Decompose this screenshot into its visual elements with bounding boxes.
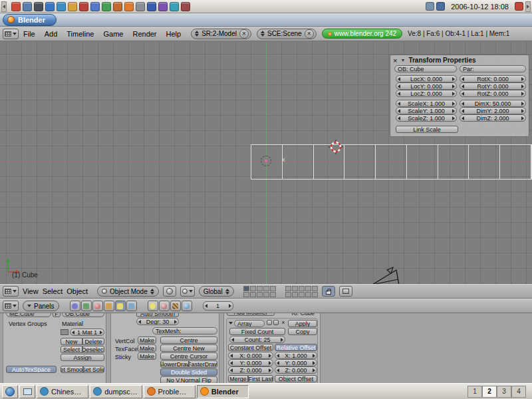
render-toggle-icon[interactable] <box>267 320 272 325</box>
increment-arrow-icon[interactable] <box>269 361 271 365</box>
decrement-arrow-icon[interactable] <box>398 116 400 120</box>
increment-arrow-icon[interactable] <box>313 368 315 372</box>
layer-button[interactable] <box>250 292 256 297</box>
assign-button[interactable]: Assign <box>61 354 104 361</box>
collapse-icon[interactable]: ▼ <box>400 58 405 63</box>
relative-y-spinner[interactable]: Y: 0.000 <box>275 359 317 366</box>
menu-file[interactable]: File <box>23 30 35 38</box>
apply-button[interactable]: Apply <box>288 320 317 327</box>
loc-1-spinner[interactable]: LocY: 0.000 <box>396 82 457 90</box>
mode-dropdown[interactable]: Object Mode <box>97 286 159 297</box>
decrement-arrow-icon[interactable] <box>230 361 233 365</box>
decrement-arrow-icon[interactable] <box>462 102 464 106</box>
openoffice-icon[interactable] <box>147 2 156 11</box>
expand-icon[interactable] <box>229 322 233 325</box>
decrement-arrow-icon[interactable] <box>398 84 400 88</box>
kate-icon[interactable] <box>158 2 168 11</box>
increment-arrow-icon[interactable] <box>452 92 455 96</box>
slower-draw-button[interactable]: SlowerDraw <box>160 360 189 368</box>
panel-hide-left-arrow[interactable] <box>1 1 7 12</box>
decrement-arrow-icon[interactable] <box>230 368 233 372</box>
titlebar[interactable]: Blender <box>0 13 532 27</box>
klipper-icon[interactable] <box>426 2 434 11</box>
relative-z-spinner[interactable]: Z: 0.000 <box>275 366 317 374</box>
dim-1-spinner[interactable]: DimY: 2.000 <box>460 107 526 114</box>
count-spinner[interactable]: Count: 25 <box>229 336 285 343</box>
gimp-icon[interactable] <box>136 2 145 11</box>
increment-arrow-icon[interactable] <box>229 304 231 308</box>
scene-selector[interactable]: SCE:Scene × <box>257 29 317 39</box>
konqueror-icon[interactable] <box>57 2 66 11</box>
increment-arrow-icon[interactable] <box>452 77 455 81</box>
constant-x-spinner[interactable]: X: 0.000 <box>228 352 273 359</box>
decrement-arrow-icon[interactable] <box>398 102 400 106</box>
layer-button[interactable] <box>270 292 276 297</box>
texface-make-button[interactable]: Make <box>138 344 156 352</box>
pager-desktop-3[interactable]: 3 <box>497 386 511 398</box>
firefox-icon[interactable] <box>124 2 134 11</box>
volume-icon[interactable] <box>436 2 445 11</box>
increment-arrow-icon[interactable] <box>521 77 524 81</box>
amarok-icon[interactable] <box>170 2 179 11</box>
context-editing-button[interactable] <box>115 301 126 311</box>
viewport-3d[interactable]: x (1) Cube <box>0 41 532 284</box>
menu-select[interactable]: Select <box>43 287 63 295</box>
show-desktop-icon[interactable] <box>23 2 32 11</box>
kde-menu-button[interactable] <box>2 385 18 398</box>
ob-name-field[interactable]: OB: Cube <box>394 65 457 72</box>
layer-button[interactable] <box>299 292 305 297</box>
increment-arrow-icon[interactable] <box>100 331 102 334</box>
orientation-dropdown[interactable]: Global <box>199 286 234 297</box>
pager-desktop-4[interactable]: 4 <box>511 386 526 398</box>
decrement-arrow-icon[interactable] <box>462 92 464 96</box>
increment-arrow-icon[interactable] <box>521 84 524 88</box>
set-solid-button[interactable]: Set Solid <box>83 366 104 373</box>
first-last-toggle[interactable]: First Last <box>248 375 273 382</box>
pager-desktop-2[interactable]: 2 <box>482 386 497 398</box>
increment-arrow-icon[interactable] <box>313 354 315 358</box>
menu-game[interactable]: Game <box>103 30 123 38</box>
autotexspace-toggle[interactable]: AutoTexSpace <box>6 366 57 373</box>
frame-spinner[interactable]: 1 <box>203 301 233 311</box>
kword-icon[interactable] <box>90 2 100 11</box>
increment-arrow-icon[interactable] <box>281 338 283 342</box>
increment-arrow-icon[interactable] <box>313 361 315 365</box>
link-scale-button[interactable]: Link Scale <box>396 126 458 133</box>
centre-cursor-button[interactable]: Centre Cursor <box>160 352 217 360</box>
centre-new-button[interactable]: Centre New <box>160 344 217 352</box>
panel-hide-right-arrow[interactable] <box>525 1 531 12</box>
scale-1-spinner[interactable]: ScaleY: 1.000 <box>396 107 457 114</box>
decrement-arrow-icon[interactable] <box>398 109 400 113</box>
no-vnormal-flip-toggle[interactable]: No V.Normal Flip <box>160 376 217 383</box>
texmesh-field[interactable]: TexMesh: <box>152 327 217 334</box>
loc-2-spinner[interactable]: LocZ: 0.000 <box>396 90 457 97</box>
blender-org-link[interactable]: www.blender.org 242 <box>322 29 402 39</box>
rot-0-spinner[interactable]: RotX: 0.000 <box>460 75 526 82</box>
parent-field[interactable]: Par: <box>460 65 526 72</box>
object-offset-toggle[interactable]: Object Offset <box>275 375 317 382</box>
task-button[interactable]: ChineseSong - Konqueror <box>37 385 88 398</box>
layer-button[interactable] <box>312 292 318 297</box>
menu-render[interactable]: Render <box>132 30 156 38</box>
draw-type-button[interactable] <box>163 286 176 297</box>
copy-button[interactable]: Copy <box>288 328 317 335</box>
buttons-window-type-button[interactable] <box>3 301 19 311</box>
increment-arrow-icon[interactable] <box>269 354 271 358</box>
delete-modifier-button[interactable]: × <box>280 319 287 326</box>
home-folder-icon[interactable] <box>45 2 55 11</box>
sticky-make-button[interactable]: Make <box>138 352 156 360</box>
layer-button[interactable] <box>257 286 263 291</box>
relative-x-spinner[interactable]: X: 1.000 <box>275 352 317 359</box>
context-scene-button[interactable] <box>126 301 137 311</box>
layer-button[interactable] <box>250 286 256 291</box>
subcontext-texture-button[interactable] <box>170 301 181 311</box>
pivot-button[interactable] <box>180 286 195 297</box>
lock-button[interactable] <box>322 286 335 297</box>
increment-arrow-icon[interactable] <box>521 102 524 106</box>
add-modifier-button[interactable]: Add Modifier <box>227 313 275 316</box>
object-name-field[interactable]: OB:Cube <box>62 313 104 317</box>
kde-menu-icon[interactable] <box>11 2 21 11</box>
menu-timeline[interactable]: Timeline <box>66 30 94 38</box>
subcontext-world-button[interactable] <box>182 301 192 311</box>
show-desktop-button[interactable] <box>19 385 35 398</box>
